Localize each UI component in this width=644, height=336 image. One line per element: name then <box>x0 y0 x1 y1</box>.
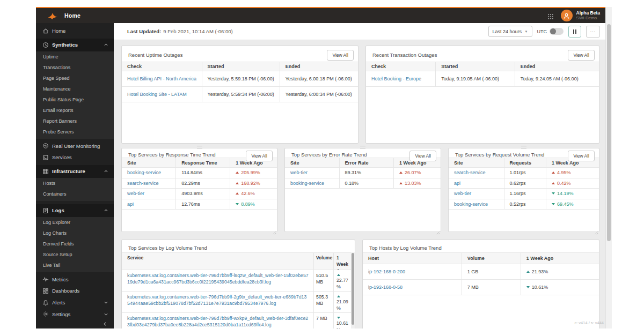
item-link[interactable]: booking-service <box>290 181 324 186</box>
sidebar-subitem-label: Containers <box>43 191 67 197</box>
sidebar-item-maintenance[interactable]: Maintenance <box>36 84 114 94</box>
sidebar-item-probe-servers[interactable]: Probe Servers <box>36 126 114 137</box>
item-link[interactable]: web-tier <box>290 170 308 175</box>
cell-link: booking-service <box>449 199 504 210</box>
sidebar-item-uptime[interactable]: Uptime <box>36 51 114 62</box>
chevron-up-icon <box>104 169 108 174</box>
item-link[interactable]: api <box>454 181 460 186</box>
services-icon <box>42 154 49 161</box>
card-title: Top Services by Request Volume Trend <box>455 152 544 158</box>
column-header: Started <box>436 62 515 71</box>
sidebar-item-services[interactable]: Services <box>36 152 114 163</box>
trend-value: 0.42% <box>557 181 571 186</box>
sidebar-item-live-tail[interactable]: Live Tail <box>36 260 114 271</box>
app-switcher-icon[interactable] <box>547 12 554 19</box>
item-link[interactable]: Hotel Billing API - North America <box>127 76 196 81</box>
column-header: Check <box>366 62 436 71</box>
cell-link: kubernetes.var.log.containers.web-tier-7… <box>122 292 314 312</box>
item-link[interactable]: booking-service <box>127 170 161 175</box>
resize-handle-icon[interactable] <box>595 227 598 231</box>
sidebar-subitem-label: Derived Fields <box>43 241 74 247</box>
sidebar-item-real-user-monitoring[interactable]: Real User Monitoring <box>36 140 114 152</box>
item-link[interactable]: search-service <box>127 181 159 186</box>
sidebar-item-alerts[interactable]: Alerts <box>36 297 114 309</box>
view-all-button[interactable]: View All <box>246 151 273 161</box>
sidebar-collapse-button[interactable] <box>36 320 114 328</box>
sidebar-item-transactions[interactable]: Transactions <box>36 62 114 73</box>
main-scrollbar[interactable] <box>605 7 612 328</box>
sidebar-item-public-status-page[interactable]: Public Status Page <box>36 94 114 105</box>
sidebar-item-derived-fields[interactable]: Derived Fields <box>36 238 114 249</box>
sidebar-item-log-explorer[interactable]: Log Explorer <box>36 217 114 228</box>
trend-unit: % <box>336 305 350 311</box>
home-icon <box>42 28 49 34</box>
sidebar-item-dashboards[interactable]: Dashboards <box>36 285 114 297</box>
card-scrollbar[interactable] <box>351 252 355 328</box>
sidebar-item-containers[interactable]: Containers <box>36 189 114 199</box>
sidebar-group-infrastructure: InfrastructureHostsContainers <box>36 165 114 201</box>
card-scrollbar-thumb[interactable] <box>352 253 354 325</box>
solarwinds-logo-icon[interactable] <box>47 12 58 20</box>
cell-value: 82.29ms <box>176 178 230 189</box>
sidebar-item-label: Metrics <box>52 277 69 282</box>
sidebar-item-synthetics[interactable]: Synthetics <box>36 39 114 51</box>
column-header: Started <box>202 62 280 71</box>
sidebar-subitem-label: Public Status Page <box>43 97 84 102</box>
sidebar-item-label: Logs <box>52 207 64 213</box>
view-all-button[interactable]: View All <box>568 151 595 161</box>
sidebar-item-home[interactable]: Home <box>36 25 114 37</box>
utc-toggle[interactable] <box>550 28 564 35</box>
sidebar-item-settings[interactable]: Settings <box>36 308 114 320</box>
drag-handle-icon[interactable] <box>521 146 526 148</box>
item-link[interactable]: api <box>127 201 134 207</box>
time-range-select[interactable]: Last 24 hours ▼ <box>488 26 532 37</box>
cell-link: kubernetes.var.log.containers.web-tier-7… <box>122 270 314 291</box>
sidebar-item-log-charts[interactable]: Log Charts <box>36 228 114 238</box>
pause-button[interactable] <box>568 26 581 38</box>
sidebar-item-label: Settings <box>52 311 70 317</box>
resize-handle-icon[interactable] <box>273 227 276 231</box>
view-all-button[interactable]: View All <box>327 50 354 61</box>
sidebar-item-email-reports[interactable]: Email Reports <box>36 105 114 116</box>
sidebar-item-report-banners[interactable]: Report Banners <box>36 116 114 126</box>
item-link[interactable]: kubernetes.var.log.containers.web-tier-7… <box>127 294 306 306</box>
scrollbar-thumb[interactable] <box>607 24 611 241</box>
resize-handle-icon[interactable] <box>436 227 440 231</box>
item-link[interactable]: Hotel Booking - Europe <box>371 76 421 81</box>
top-bar: Home Alpha Beta SWI Demo <box>36 7 605 23</box>
sidebar-item-metrics[interactable]: Metrics <box>36 274 114 286</box>
trend-cell: 14.19% <box>546 189 599 199</box>
view-all-button[interactable]: View All <box>568 50 595 61</box>
card-table: SiteRequests1 Week Agosearch-service1.01… <box>449 158 599 210</box>
drag-handle-icon[interactable] <box>360 146 365 148</box>
sidebar-subitem-label: Live Tail <box>43 263 60 268</box>
main-content: Last Updated: 9 Feb 2021, 10:14 AM (-06:… <box>114 23 605 328</box>
item-link[interactable]: kubernetes.var.log.containers.web-tier-7… <box>127 273 309 285</box>
drag-handle-icon[interactable] <box>197 146 202 148</box>
cell-link: Hotel Booking - Europe <box>366 71 436 86</box>
sidebar-item-hosts[interactable]: Hosts <box>36 178 114 189</box>
item-link[interactable]: ip-192-168-0-58 <box>368 285 402 290</box>
sidebar-item-logs[interactable]: Logs <box>36 204 114 217</box>
sidebar-item-source-setup[interactable]: Source Setup <box>36 249 114 260</box>
view-all-button[interactable]: View All <box>409 151 436 161</box>
more-options-button[interactable]: ... <box>586 26 600 38</box>
item-link[interactable]: kubernetes.var.log.containers.web-tier-7… <box>127 316 308 327</box>
trend-down-arrow-icon <box>337 317 340 319</box>
item-link[interactable]: booking-service <box>454 201 488 207</box>
table-header-row: HostVolume1 Week Ago <box>363 252 599 264</box>
trend-up-arrow-icon <box>236 171 239 174</box>
item-link[interactable]: ip-192-168-0-200 <box>368 269 405 274</box>
item-link[interactable]: web-tier <box>127 191 144 196</box>
table-row: ip-192-168-0-2001 GB21.93% <box>363 264 599 280</box>
cell-link: ip-192-168-0-200 <box>363 264 462 279</box>
avatar[interactable] <box>561 10 573 21</box>
item-link[interactable]: search-service <box>454 170 486 175</box>
item-link[interactable]: web-tier <box>454 191 471 196</box>
sidebar-item-infrastructure[interactable]: Infrastructure <box>36 165 114 178</box>
table-row: Hotel Booking - EuropeToday, 9:19:05 AM … <box>366 71 599 87</box>
sidebar-item-page-speed[interactable]: Page Speed <box>36 73 114 84</box>
item-link[interactable]: Hotel Booking Site - LATAM <box>127 92 187 97</box>
account-info[interactable]: Alpha Beta SWI Demo <box>576 10 600 21</box>
cell-link: booking-service <box>122 168 176 178</box>
